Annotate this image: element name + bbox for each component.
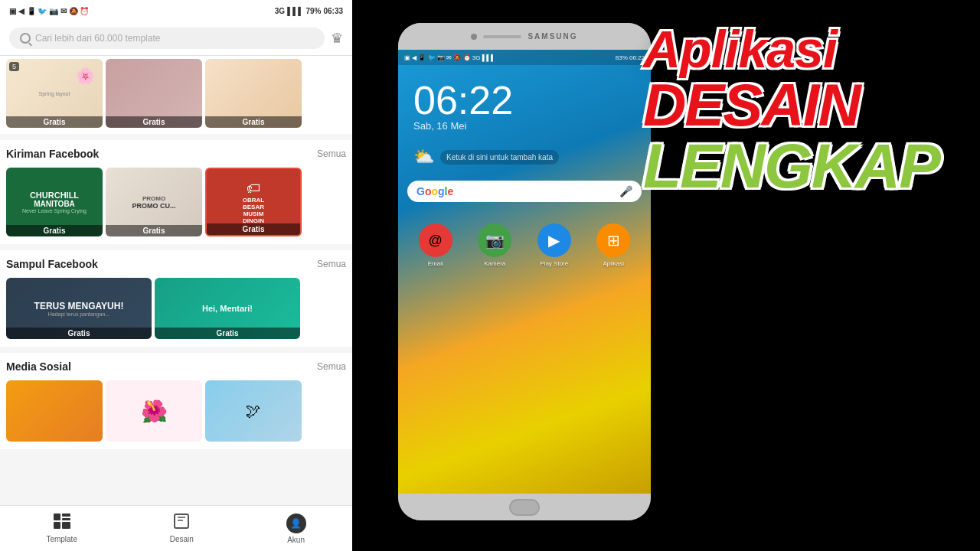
section-semua-kiriman[interactable]: Semua	[317, 148, 346, 159]
svg-rect-1	[62, 514, 70, 517]
card-obral[interactable]: 🏷 OBRALBESARMUSIMDINGIN Gratis	[205, 168, 302, 236]
svg-rect-5	[175, 514, 188, 528]
current-time: 06:33	[323, 7, 343, 15]
card-promo[interactable]: PROMO PROMO CU... Gratis	[106, 168, 202, 236]
template-thumb-1[interactable]: Spring layout 5 Gratis	[6, 59, 103, 128]
app-icon-email[interactable]: @ Email	[419, 223, 452, 267]
search-bar: Cari lebih dari 60.000 template ♛	[0, 21, 352, 56]
card-hei-mentari[interactable]: Hei, Mentari! Gratis	[155, 278, 300, 339]
section-header-media: Media Sosial Semua	[6, 360, 346, 373]
template-thumb-3[interactable]: Gratis	[205, 59, 302, 128]
section-sampul-facebook: Sampul Facebook Semua TERUS MENGAYUH! Ha…	[0, 250, 352, 347]
churchill-text2: MANITOBA	[34, 200, 75, 208]
play-store-icon: ▶	[537, 223, 571, 257]
bottom-navigation: Template Desain 👤 Akun	[0, 505, 352, 551]
samsung-bottom-bar	[398, 494, 651, 520]
weather-icon: ⛅	[413, 147, 434, 167]
aplikasi-heading: Aplikasi	[643, 23, 972, 75]
birds-icon: 🕊	[246, 403, 261, 420]
svg-rect-4	[62, 522, 70, 529]
weather-widget: ⛅ Ketuk di sini untuk tambah kata	[398, 139, 651, 174]
section-title-kiriman: Kiriman Facebook	[6, 148, 99, 160]
svg-rect-3	[54, 522, 60, 529]
app-icon-play-store[interactable]: ▶ Play Store	[537, 223, 571, 267]
hei-text: Hei, Mentari!	[202, 304, 253, 313]
samsung-status-bar: ▣ ◀ 📱 🐦 📷 ✉ 🔕 ⏰ 3G ▌▌▌ 83% 06:22	[398, 50, 651, 65]
battery-level: 79%	[305, 7, 321, 15]
card-media-2[interactable]: 🌺	[106, 380, 202, 442]
lock-date: Sab, 16 Mei	[413, 120, 466, 132]
thumb-text-1: Spring layout	[39, 91, 70, 96]
lock-time-display: 06:22 Sab, 16 Mei	[398, 65, 651, 139]
gratis-badge-3: Gratis	[205, 116, 302, 128]
top-templates-row: Spring layout 5 Gratis Gratis Gratis	[0, 56, 352, 134]
terus-text2: Hadapi terus pantangan...	[48, 311, 110, 317]
apps-label: Aplikasi	[603, 260, 624, 267]
samsung-speaker	[483, 35, 521, 38]
template-scroll-content: Spring layout 5 Gratis Gratis Gratis Kir…	[0, 56, 352, 505]
akun-nav-label: Akun	[287, 536, 305, 544]
media-templates-row: 🌺 🕊	[6, 380, 346, 442]
google-search-bar[interactable]: Google 🎤	[407, 181, 642, 202]
promo-gratis: Gratis	[106, 225, 202, 236]
akun-nav-icon: 👤	[286, 514, 306, 533]
promo-label: PROMO	[142, 195, 165, 202]
crown-icon[interactable]: ♛	[331, 30, 343, 47]
samsung-screen: ▣ ◀ 📱 🐦 📷 ✉ 🔕 ⏰ 3G ▌▌▌ 83% 06:22 06:22 S…	[398, 50, 651, 494]
nav-item-template[interactable]: Template	[46, 514, 77, 543]
nav-item-desain[interactable]: Desain	[170, 514, 194, 543]
card-churchill[interactable]: CHURCHILL MANITOBA Never Leave Spring Cr…	[6, 168, 103, 236]
samsung-camera	[471, 34, 477, 40]
search-field-container[interactable]: Cari lebih dari 60.000 template	[9, 28, 325, 49]
status-bar: ▣ ◀ 📱 🐦 📷 ✉ 🔕 ⏰ 3G ▌▌▌ 79% 06:33	[0, 0, 352, 21]
obral-gratis: Gratis	[207, 223, 300, 235]
section-semua-media[interactable]: Semua	[317, 361, 346, 372]
signal-strength: ▌▌▌	[287, 7, 303, 15]
right-section: SAMSUNG ▣ ◀ 📱 🐦 📷 ✉ 🔕 ⏰ 3G ▌▌▌ 83% 06:22…	[352, 0, 980, 551]
section-title-sampul: Sampul Facebook	[6, 258, 98, 270]
section-media-sosial: Media Sosial Semua 🌺 🕊	[0, 353, 352, 449]
desain-heading: DESAIN	[643, 75, 972, 135]
template-thumb-2[interactable]: Gratis	[106, 59, 202, 128]
svg-rect-2	[62, 518, 70, 520]
card-media-1[interactable]	[6, 380, 103, 442]
kamera-app-icon: 📷	[478, 223, 511, 257]
app-icon-kamera[interactable]: 📷 Kamera	[478, 223, 511, 267]
hei-gratis: Gratis	[155, 328, 300, 339]
nav-item-akun[interactable]: 👤 Akun	[286, 514, 306, 544]
section-semua-sampul[interactable]: Semua	[317, 259, 346, 269]
gratis-badge-1: Gratis	[6, 116, 103, 128]
samsung-phone-mockup: SAMSUNG ▣ ◀ 📱 🐦 📷 ✉ 🔕 ⏰ 3G ▌▌▌ 83% 06:22…	[398, 23, 651, 520]
number-badge: 5	[9, 62, 19, 71]
network-indicator: 3G	[275, 7, 285, 15]
section-title-media: Media Sosial	[6, 360, 71, 373]
email-app-label: Email	[428, 260, 443, 267]
desain-nav-icon	[174, 514, 189, 533]
samsung-battery-time: 83% 06:22	[616, 54, 645, 61]
sampul-templates-row: TERUS MENGAYUH! Hadapi terus pantangan..…	[6, 278, 346, 339]
flowers-icon: 🌺	[141, 399, 168, 424]
ketuk-text: Ketuk di sini untuk tambah kata	[440, 150, 559, 165]
card-media-3[interactable]: 🕊	[205, 380, 302, 442]
template-nav-label: Template	[46, 535, 77, 543]
apps-icon: ⊞	[596, 223, 630, 257]
gratis-badge-2: Gratis	[106, 116, 202, 128]
status-bar-right-icons: 3G ▌▌▌ 79% 06:33	[275, 7, 343, 15]
text-overlay: Aplikasi DESAIN LENGKAP	[643, 23, 972, 197]
churchill-text1: CHURCHILL	[30, 191, 79, 200]
kiriman-templates-row: CHURCHILL MANITOBA Never Leave Spring Cr…	[6, 168, 346, 236]
app-icon-apps[interactable]: ⊞ Aplikasi	[596, 223, 630, 267]
lengkap-heading: LENGKAP	[643, 135, 972, 197]
terus-gratis: Gratis	[6, 328, 152, 339]
obral-text: OBRALBESARMUSIMDINGIN	[243, 197, 264, 224]
template-nav-icon	[54, 514, 70, 533]
svg-rect-0	[54, 514, 60, 520]
churchill-sub: Never Leave Spring Crying	[19, 208, 90, 214]
home-button[interactable]	[509, 499, 540, 516]
google-mic-icon: 🎤	[619, 185, 632, 197]
samsung-top-bar: SAMSUNG	[398, 23, 651, 50]
status-icons: ▣ ◀ 📱 🐦 📷 ✉ 🔕 ⏰	[9, 7, 89, 15]
section-header-sampul: Sampul Facebook Semua	[6, 258, 346, 270]
lock-time: 06:22	[413, 80, 513, 120]
card-terus-mengayuh[interactable]: TERUS MENGAYUH! Hadapi terus pantangan..…	[6, 278, 152, 339]
